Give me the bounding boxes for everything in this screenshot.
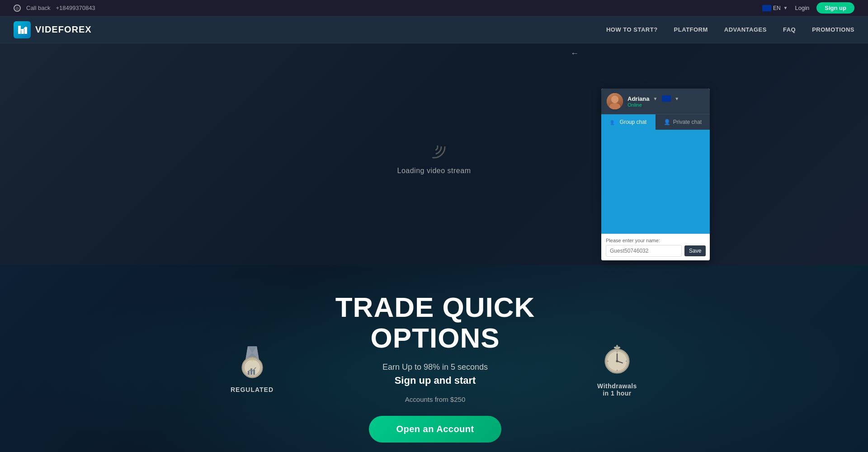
- logo[interactable]: VIDEFOREX: [14, 21, 92, 38]
- svg-rect-13: [253, 370, 255, 375]
- chat-name-input[interactable]: [606, 245, 682, 257]
- chat-input-label: Please enter your name:: [606, 238, 705, 243]
- avatar-img: [607, 93, 623, 109]
- nav-advantages[interactable]: ADVANTAGES: [724, 26, 767, 33]
- call-back-label: Call back: [26, 5, 50, 11]
- chat-panel: Adriana ▼ ▼ Online 👥 Group chat 👤 Privat…: [601, 89, 710, 260]
- logo-text: VIDEFOREX: [35, 24, 92, 35]
- avatar-svg: [607, 93, 623, 109]
- hero-subtitle: Earn Up to 98% in 5 seconds: [274, 363, 597, 372]
- svg-rect-18: [616, 345, 618, 348]
- loading-text: Loading video stream: [397, 167, 471, 175]
- hero-cta-text: Sign up and start: [274, 375, 597, 386]
- stopwatch-icon: [597, 338, 637, 379]
- main-area: ← Loading video stream: [0, 43, 868, 265]
- hero-right: Withdrawals in 1 hour: [597, 338, 637, 397]
- lang-dropdown-icon: ▼: [783, 5, 788, 10]
- hero-title: TRADE QUICK OPTIONS: [274, 292, 597, 353]
- group-chat-icon: 👥: [610, 119, 617, 125]
- regulated-label: REGULATED: [231, 386, 274, 393]
- nav-links: HOW TO START? PLATFORM ADVANTAGES FAQ PR…: [606, 26, 854, 33]
- svg-point-4: [609, 103, 620, 109]
- chat-flag-icon: [662, 95, 671, 102]
- hero-section: REGULATED TRADE QUICK OPTIONS Earn Up to…: [0, 265, 868, 452]
- hero-title-line1: TRADE QUICK: [335, 292, 535, 323]
- logo-icon: [14, 21, 31, 38]
- withdrawals-line1: Withdrawals: [597, 382, 637, 390]
- withdrawals-label: Withdrawals in 1 hour: [597, 382, 637, 397]
- chat-username-text: Adriana: [627, 95, 649, 102]
- chat-username: Adriana ▼ ▼: [627, 95, 704, 102]
- phone-icon: ◎: [14, 5, 21, 12]
- hero-inner: REGULATED TRADE QUICK OPTIONS Earn Up to…: [231, 292, 637, 443]
- video-content: Loading video stream: [397, 133, 471, 175]
- nav-how-to-start[interactable]: HOW TO START?: [606, 26, 658, 33]
- nav-promotions[interactable]: PROMOTIONS: [812, 26, 854, 33]
- svg-point-5: [611, 96, 618, 103]
- collapse-arrow-button[interactable]: ←: [571, 49, 579, 58]
- medal-svg: [234, 344, 270, 380]
- private-chat-tab[interactable]: 👤 Private chat: [656, 114, 710, 130]
- private-chat-label: Private chat: [673, 119, 702, 125]
- spinner-svg: [420, 133, 448, 160]
- topbar-left: ◎ Call back +18499370843: [14, 5, 95, 12]
- flag-icon: [762, 5, 771, 11]
- nav-faq[interactable]: FAQ: [783, 26, 796, 33]
- lang-label: EN: [773, 5, 781, 11]
- hero-accounts-text: Accounts from $250: [274, 396, 597, 403]
- chat-body: [601, 130, 710, 234]
- svg-point-2: [430, 143, 438, 151]
- lang-caret: ▼: [675, 96, 679, 101]
- hero-center: TRADE QUICK OPTIONS Earn Up to 98% in 5 …: [274, 292, 597, 443]
- nav-platform[interactable]: PLATFORM: [674, 26, 708, 33]
- logo-svg: [17, 24, 28, 35]
- chat-save-button[interactable]: Save: [684, 245, 706, 256]
- group-chat-tab[interactable]: 👥 Group chat: [601, 114, 656, 130]
- withdrawals-line2: in 1 hour: [603, 390, 632, 397]
- stopwatch-svg: [599, 340, 635, 377]
- login-button[interactable]: Login: [795, 5, 810, 11]
- svg-rect-12: [250, 368, 252, 375]
- video-stream: ← Loading video stream: [0, 43, 868, 265]
- chat-input-row: Save: [606, 245, 705, 257]
- chat-header: Adriana ▼ ▼ Online: [601, 89, 710, 114]
- phone-number: +18499370843: [56, 5, 95, 11]
- medal-icon: [232, 342, 273, 382]
- svg-point-1: [427, 140, 441, 154]
- username-caret: ▼: [653, 96, 657, 101]
- svg-point-21: [616, 360, 618, 362]
- open-account-button[interactable]: Open an Account: [369, 416, 501, 443]
- topbar-right: EN ▼ Login Sign up: [762, 2, 854, 14]
- hero-title-line2: OPTIONS: [371, 322, 500, 353]
- navbar: VIDEFOREX HOW TO START? PLATFORM ADVANTA…: [0, 16, 868, 43]
- chat-user-info: Adriana ▼ ▼ Online: [627, 95, 704, 108]
- avatar: [607, 93, 623, 109]
- group-chat-label: Group chat: [620, 119, 646, 125]
- topbar: ◎ Call back +18499370843 EN ▼ Login Sign…: [0, 0, 868, 16]
- loading-spinner: [420, 133, 448, 160]
- signup-button[interactable]: Sign up: [816, 2, 854, 14]
- hero-left: REGULATED: [231, 342, 274, 393]
- chat-input-area: Please enter your name: Save: [601, 234, 710, 260]
- chat-status: Online: [627, 102, 704, 108]
- lang-selector[interactable]: EN ▼: [762, 5, 788, 11]
- chat-tabs: 👥 Group chat 👤 Private chat: [601, 114, 710, 130]
- private-chat-icon: 👤: [664, 119, 670, 125]
